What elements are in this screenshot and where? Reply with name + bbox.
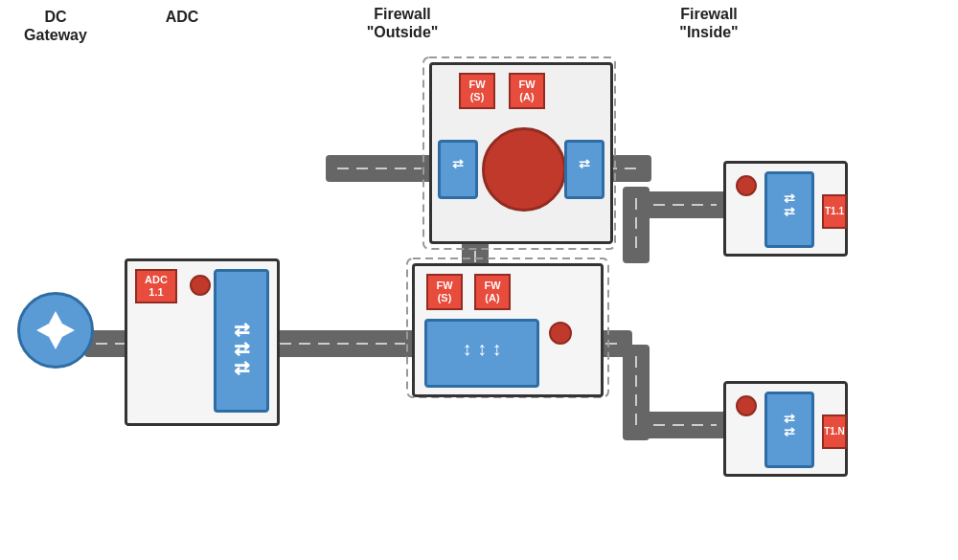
svg-rect-17 (642, 412, 728, 438)
firewall-mid-outer-box: FW(S) FW(A) ↕ ↕ ↕ (412, 263, 604, 397)
adc-device-block: ⇄⇄⇄ (214, 269, 269, 413)
firewall-top-red-circle (482, 127, 566, 212)
t1-1-arrows: ⇄⇄ (767, 191, 811, 218)
t1-n-label: T1.N (822, 414, 847, 449)
t1-n-outer-box: ⇄⇄ T1.N (723, 381, 848, 477)
gateway-arrows-icon (32, 306, 80, 354)
svg-marker-28 (49, 337, 62, 349)
fw-s-mid-label: FW(S) (426, 274, 463, 310)
firewall-inside-label: Firewall"Inside" (651, 5, 766, 41)
adc-arrows: ⇄⇄⇄ (217, 320, 266, 377)
t1-n-device-block: ⇄⇄ (764, 392, 814, 468)
svg-rect-11 (623, 187, 650, 263)
adc-outer-box: ADC1.1 ⇄⇄⇄ (125, 258, 280, 426)
svg-marker-30 (62, 324, 75, 337)
fw-a-top-label: FW(A) (509, 73, 545, 109)
svg-rect-7 (326, 155, 433, 182)
fw-a-mid-label: FW(A) (474, 274, 511, 310)
fw-top-left-arrows: ⇄ (441, 157, 475, 170)
svg-rect-1 (268, 330, 417, 357)
adc-label: ADC (153, 8, 211, 26)
fw-s-top-label: FW(S) (459, 73, 495, 109)
svg-rect-13 (642, 191, 728, 218)
t1-1-label: T1.1 (822, 194, 847, 229)
fw-mid-red-dot (549, 322, 572, 345)
t1-n-red-dot (736, 395, 757, 416)
firewall-outside-label: Firewall"Outside" (345, 5, 460, 41)
dc-gateway-icon (17, 292, 94, 369)
fw-top-left-block: ⇄ (438, 140, 478, 199)
fw-top-right-block: ⇄ (564, 140, 604, 199)
adc-label-box: ADC1.1 (135, 269, 177, 303)
t1-1-outer-box: ⇄⇄ T1.1 (723, 161, 848, 257)
adc-red-dot (190, 275, 211, 296)
firewall-top-outer-box: FW(S) FW(A) ⇄ ⇄ (429, 62, 613, 244)
svg-marker-27 (49, 311, 62, 324)
dc-gateway-label: DC Gateway (17, 8, 94, 44)
svg-rect-31 (49, 324, 62, 337)
t1-n-arrows: ⇄⇄ (767, 412, 811, 438)
fw-mid-arrows: ↕ ↕ ↕ (427, 339, 536, 358)
network-diagram: DC Gateway ADC Firewall"Outside" Firewal… (0, 0, 958, 560)
fw-mid-device-block: ↕ ↕ ↕ (424, 319, 539, 388)
fw-top-right-arrows: ⇄ (567, 157, 602, 170)
svg-marker-29 (36, 324, 49, 337)
svg-rect-15 (623, 345, 650, 440)
t1-1-device-block: ⇄⇄ (764, 171, 814, 248)
t1-1-red-dot (736, 175, 757, 196)
